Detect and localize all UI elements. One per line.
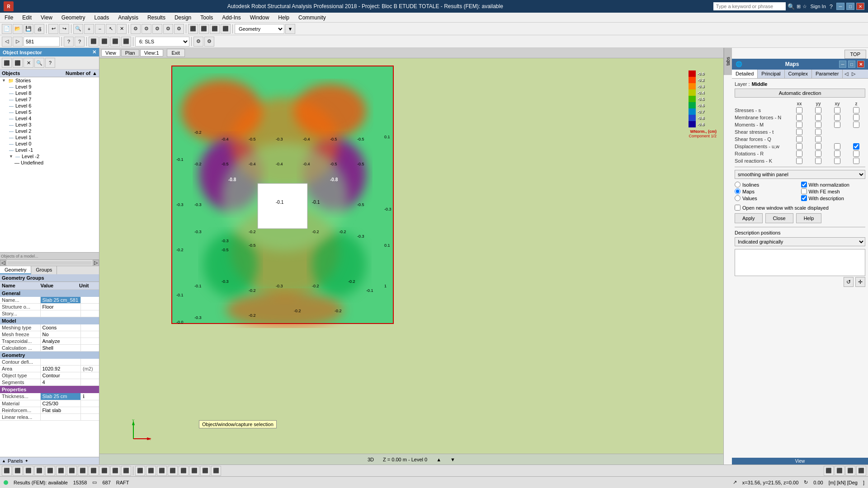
- menu-help[interactable]: Help: [274, 14, 294, 22]
- tree-item-stories[interactable]: ▼ 📁 Stories: [0, 77, 99, 84]
- membrane-xy[interactable]: [834, 114, 840, 121]
- tb-btn11[interactable]: ⬛: [199, 24, 209, 34]
- radio-isolines-input[interactable]: [735, 182, 741, 188]
- search-input[interactable]: [713, 2, 786, 10]
- shearstress-yy[interactable]: [815, 129, 821, 135]
- bt-2[interactable]: ⬛: [13, 466, 23, 476]
- tb-arrow-down[interactable]: ▼: [285, 24, 295, 34]
- tree-item-level8[interactable]: — Level 8: [0, 90, 99, 96]
- inspector-tb-5[interactable]: ?: [45, 58, 55, 68]
- tb-zoomout[interactable]: −: [95, 24, 105, 34]
- tb-btn6[interactable]: ⚙: [142, 24, 151, 34]
- menu-geometry[interactable]: Geometry: [57, 14, 90, 22]
- tb-btn9[interactable]: ⚙: [174, 24, 184, 34]
- expand-stories[interactable]: ▼: [2, 78, 6, 83]
- menu-analysis[interactable]: Analysis: [113, 14, 143, 22]
- section-model[interactable]: Model: [0, 317, 99, 324]
- smoothing-select[interactable]: smoothing within panel no smoothing smoo…: [735, 170, 865, 179]
- maps-minimize[interactable]: ─: [839, 61, 846, 68]
- bt-20[interactable]: ⬛: [211, 466, 221, 476]
- tb-select[interactable]: ↖: [106, 24, 116, 34]
- bt-6[interactable]: ⬛: [56, 466, 66, 476]
- tb-r2-9[interactable]: ⚙: [193, 37, 203, 47]
- inspector-tb-1[interactable]: ⬛: [2, 58, 12, 68]
- rotations-yy[interactable]: [815, 150, 821, 157]
- tab-groups[interactable]: Groups: [31, 266, 57, 274]
- radio-values[interactable]: Values: [735, 195, 799, 201]
- tb-btn7[interactable]: ⚙: [152, 24, 162, 34]
- info-icon[interactable]: ℹ: [83, 394, 85, 399]
- bt-5[interactable]: ⬛: [45, 466, 55, 476]
- menu-loads[interactable]: Loads: [90, 14, 114, 22]
- tb-delete[interactable]: ✕: [117, 24, 127, 34]
- tree-item-levelm1[interactable]: — Level -1: [0, 147, 99, 153]
- bt-right-2[interactable]: ⬛: [835, 466, 844, 476]
- bt-9[interactable]: ⬛: [89, 466, 99, 476]
- moments-z[interactable]: [853, 122, 859, 128]
- maps-tab-detailed[interactable]: Detailed: [732, 70, 758, 78]
- nav-down-btn[interactable]: ▼: [450, 457, 455, 462]
- check-femesh[interactable]: With FE mesh: [801, 188, 866, 194]
- tb-btn13[interactable]: ⬛: [221, 24, 231, 34]
- desc-text-area[interactable]: [735, 249, 865, 276]
- tabs-label[interactable]: tabs: [724, 48, 732, 75]
- inspector-tb-2[interactable]: ⬛: [13, 58, 23, 68]
- rotations-z[interactable]: [853, 150, 859, 157]
- maximize-button[interactable]: □: [846, 3, 854, 10]
- tb-print[interactable]: 🖨: [34, 24, 44, 34]
- bt-10[interactable]: ⬛: [99, 466, 109, 476]
- tb-zoomin[interactable]: +: [84, 24, 94, 34]
- rotations-xx[interactable]: [796, 150, 802, 157]
- membrane-xx[interactable]: [796, 114, 802, 121]
- maps-tab-complex[interactable]: Complex: [785, 70, 812, 78]
- check-description[interactable]: With description: [801, 195, 866, 201]
- shearstress-xx[interactable]: [796, 129, 802, 135]
- expand-levelm2[interactable]: ▼: [9, 154, 14, 159]
- membrane-z[interactable]: [853, 114, 859, 121]
- help-icon[interactable]: ?: [830, 3, 833, 10]
- section-properties[interactable]: Properties: [0, 386, 99, 393]
- radio-maps[interactable]: Maps: [735, 188, 799, 194]
- bt-3[interactable]: ⬛: [24, 466, 33, 476]
- maps-tab-nav-left[interactable]: ◁: [843, 70, 850, 78]
- bt-18[interactable]: ⬛: [189, 466, 199, 476]
- tab-view[interactable]: View: [101, 49, 120, 56]
- bt-right-1[interactable]: ⬛: [824, 466, 834, 476]
- bt-right-4[interactable]: ⬛: [856, 466, 866, 476]
- bt-19[interactable]: ⬛: [200, 466, 210, 476]
- stresses-xy[interactable]: [834, 107, 840, 113]
- tb-new[interactable]: 📄: [2, 24, 12, 34]
- maps-tab-principal[interactable]: Principal: [758, 70, 784, 78]
- menu-window[interactable]: Window: [245, 14, 274, 22]
- maps-maximize[interactable]: □: [848, 61, 855, 68]
- tree-item-level6[interactable]: — Level 6: [0, 103, 99, 109]
- maps-tab-parameter[interactable]: Parameter: [812, 70, 843, 78]
- soilreactions-z[interactable]: [853, 158, 859, 164]
- help-button[interactable]: Help: [796, 213, 822, 223]
- scroll-right[interactable]: ▷: [93, 260, 99, 266]
- section-general[interactable]: General: [0, 290, 99, 297]
- top-button[interactable]: TOP: [844, 50, 866, 59]
- check-femesh-input[interactable]: [801, 188, 807, 194]
- apply-button[interactable]: Apply: [735, 213, 763, 223]
- crosshair-icon-btn[interactable]: ✛: [855, 277, 865, 287]
- tb-r2-3[interactable]: ?: [64, 37, 74, 47]
- tb-btn5[interactable]: ⚙: [131, 24, 141, 34]
- close-inspector-btn[interactable]: ✕: [92, 49, 96, 55]
- favorites-icon[interactable]: ☆: [802, 4, 807, 9]
- bt-4[interactable]: ⬛: [34, 466, 44, 476]
- menu-design[interactable]: Design: [170, 14, 196, 22]
- menu-edit[interactable]: Edit: [18, 14, 36, 22]
- view-dropdown[interactable]: 6: SLS: [135, 37, 189, 47]
- menu-community[interactable]: Community: [294, 14, 330, 22]
- tb-r2-7[interactable]: ⬛: [110, 37, 120, 47]
- stresses-yy[interactable]: [815, 107, 821, 113]
- tree-item-level1[interactable]: — Level 1: [0, 134, 99, 141]
- bt-7[interactable]: ⬛: [67, 466, 77, 476]
- tree-item-level2[interactable]: — Level 2: [0, 128, 99, 134]
- bt-15[interactable]: ⬛: [157, 466, 167, 476]
- scroll-left[interactable]: ◁: [0, 260, 6, 266]
- radio-maps-input[interactable]: [735, 188, 741, 194]
- refresh-icon-btn[interactable]: ↺: [844, 277, 854, 287]
- check-normalization-input[interactable]: [801, 182, 807, 188]
